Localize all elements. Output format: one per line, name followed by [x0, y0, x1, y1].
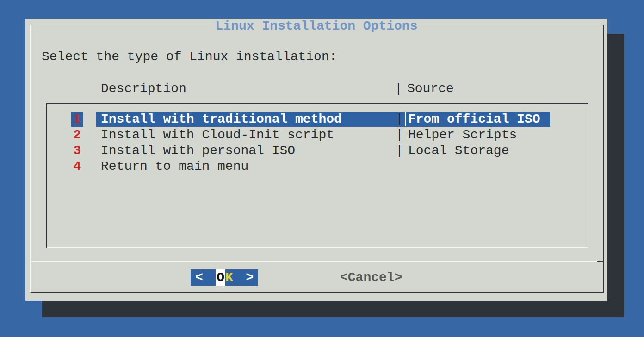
- menu-item-number: 2: [71, 128, 83, 143]
- menu-item-personal-iso-install[interactable]: 3 Install with personal ISO | Local Stor…: [47, 144, 588, 159]
- menu-item-description: Install with personal ISO: [101, 144, 295, 158]
- menu-item-description: Install with traditional method: [101, 112, 342, 127]
- menu-item-traditional-install[interactable]: 1 Install with traditional method | From…: [47, 112, 588, 128]
- menu-item-description: Return to main menu: [101, 159, 248, 174]
- menu-list-box: 1 Install with traditional method | From…: [46, 103, 588, 248]
- menu-item-cloud-init-install[interactable]: 2 Install with Cloud-Init script | Helpe…: [47, 128, 588, 144]
- menu-item-return-main-menu[interactable]: 4 Return to main menu: [47, 159, 588, 175]
- installation-options-dialog: Linux Installation Options Select the ty…: [25, 19, 607, 301]
- dialog-title-row: Linux Installation Options: [25, 19, 607, 33]
- ok-button-cursor: O: [216, 269, 225, 286]
- terminal-screen: Linux Installation Options Select the ty…: [0, 0, 644, 337]
- column-header-description: Description: [101, 81, 186, 97]
- column-header-row: Description | Source: [25, 81, 607, 97]
- menu-item-source: From official ISO: [408, 112, 540, 127]
- column-divider: |: [395, 81, 402, 97]
- column-header-source: Source: [407, 81, 454, 97]
- ok-button-open-bracket: <: [195, 269, 203, 286]
- menu-item-description: Install with Cloud-Init script: [101, 128, 334, 143]
- ok-button-close-bracket: >: [246, 269, 254, 286]
- ok-button-hotkey: K: [225, 269, 233, 286]
- column-divider: |: [396, 144, 404, 158]
- button-area-separator: [30, 261, 604, 262]
- menu-item-source: Helper Scripts: [408, 128, 517, 143]
- menu-item-number: 1: [71, 112, 83, 127]
- menu-rows: 1 Install with traditional method | From…: [47, 112, 588, 175]
- column-divider: |: [396, 128, 404, 143]
- ok-button[interactable]: < OK >: [191, 269, 258, 286]
- ok-button-label: OK: [216, 269, 233, 286]
- dialog-title: Linux Installation Options: [211, 19, 422, 33]
- separator-dark-tick: [597, 261, 604, 262]
- column-divider: |: [396, 112, 404, 127]
- menu-item-number: 3: [71, 144, 83, 158]
- prompt-text: Select the type of Linux installation:: [42, 49, 337, 65]
- cancel-button[interactable]: <Cancel>: [340, 271, 402, 285]
- menu-item-number: 4: [71, 159, 83, 174]
- menu-item-source: Local Storage: [408, 144, 509, 158]
